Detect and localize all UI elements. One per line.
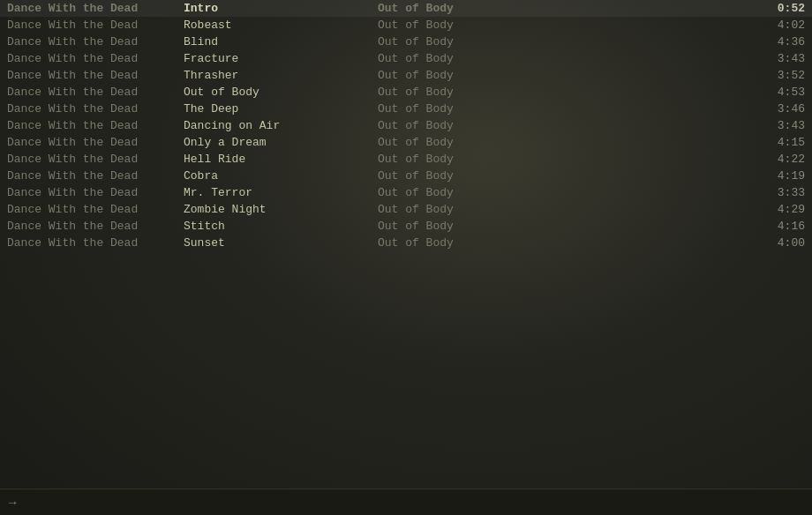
track-row[interactable]: Dance With the DeadFractureOut of Body3:… bbox=[0, 50, 812, 67]
header-album: Out of Body bbox=[378, 2, 752, 15]
track-title: Cobra bbox=[184, 169, 378, 183]
header-title: Intro bbox=[184, 2, 378, 15]
track-duration: 3:43 bbox=[752, 52, 805, 65]
track-album: Out of Body bbox=[378, 220, 752, 233]
track-artist: Dance With the Dead bbox=[7, 236, 184, 250]
track-album: Out of Body bbox=[378, 19, 752, 32]
track-title: Hell Ride bbox=[184, 153, 378, 166]
track-artist: Dance With the Dead bbox=[7, 35, 184, 49]
track-title: Thrasher bbox=[184, 69, 378, 82]
track-artist: Dance With the Dead bbox=[7, 203, 184, 216]
track-title: The Deep bbox=[184, 102, 378, 116]
track-duration: 4:02 bbox=[752, 19, 805, 32]
track-row[interactable]: Dance With the DeadHell RideOut of Body4… bbox=[0, 151, 812, 168]
track-artist: Dance With the Dead bbox=[7, 169, 184, 183]
track-title: Only a Dream bbox=[184, 136, 378, 149]
track-artist: Dance With the Dead bbox=[7, 220, 184, 233]
track-title: Blind bbox=[184, 35, 378, 49]
track-title: Sunset bbox=[184, 236, 378, 250]
track-title: Out of Body bbox=[184, 86, 378, 99]
track-album: Out of Body bbox=[378, 136, 752, 149]
track-title: Robeast bbox=[184, 19, 378, 32]
track-row[interactable]: Dance With the DeadSunsetOut of Body4:00 bbox=[0, 235, 812, 251]
track-duration: 4:53 bbox=[752, 86, 805, 99]
track-duration: 3:46 bbox=[752, 102, 805, 116]
track-title: Stitch bbox=[184, 220, 378, 233]
track-artist: Dance With the Dead bbox=[7, 86, 184, 99]
arrow-icon: → bbox=[9, 496, 16, 510]
track-duration: 4:29 bbox=[752, 203, 805, 216]
track-row[interactable]: Dance With the DeadThe DeepOut of Body3:… bbox=[0, 101, 812, 117]
track-row[interactable]: Dance With the DeadCobraOut of Body4:19 bbox=[0, 168, 812, 184]
track-title: Fracture bbox=[184, 52, 378, 65]
header-duration: 0:52 bbox=[752, 2, 805, 15]
track-album: Out of Body bbox=[378, 119, 752, 132]
track-title: Zombie Night bbox=[184, 203, 378, 216]
track-duration: 4:15 bbox=[752, 136, 805, 149]
track-artist: Dance With the Dead bbox=[7, 136, 184, 149]
track-album: Out of Body bbox=[378, 35, 752, 49]
track-artist: Dance With the Dead bbox=[7, 153, 184, 166]
track-row[interactable]: Dance With the DeadBlindOut of Body4:36 bbox=[0, 34, 812, 50]
track-album: Out of Body bbox=[378, 102, 752, 116]
track-artist: Dance With the Dead bbox=[7, 69, 184, 82]
track-artist: Dance With the Dead bbox=[7, 102, 184, 116]
track-duration: 4:22 bbox=[752, 153, 805, 166]
track-artist: Dance With the Dead bbox=[7, 186, 184, 199]
track-album: Out of Body bbox=[378, 236, 752, 250]
track-title: Dancing on Air bbox=[184, 119, 378, 132]
bottom-bar: → bbox=[0, 489, 812, 515]
track-list-header: Dance With the Dead Intro Out of Body 0:… bbox=[0, 0, 812, 17]
track-duration: 4:36 bbox=[752, 35, 805, 49]
track-album: Out of Body bbox=[378, 86, 752, 99]
track-album: Out of Body bbox=[378, 203, 752, 216]
track-artist: Dance With the Dead bbox=[7, 119, 184, 132]
track-artist: Dance With the Dead bbox=[7, 19, 184, 32]
track-artist: Dance With the Dead bbox=[7, 52, 184, 65]
track-row[interactable]: Dance With the DeadStitchOut of Body4:16 bbox=[0, 218, 812, 235]
track-title: Mr. Terror bbox=[184, 186, 378, 199]
track-row[interactable]: Dance With the DeadZombie NightOut of Bo… bbox=[0, 201, 812, 218]
track-album: Out of Body bbox=[378, 169, 752, 183]
track-duration: 4:16 bbox=[752, 220, 805, 233]
track-album: Out of Body bbox=[378, 69, 752, 82]
track-row[interactable]: Dance With the DeadMr. TerrorOut of Body… bbox=[0, 184, 812, 201]
track-row[interactable]: Dance With the DeadThrasherOut of Body3:… bbox=[0, 67, 812, 84]
track-album: Out of Body bbox=[378, 153, 752, 166]
track-row[interactable]: Dance With the DeadOnly a DreamOut of Bo… bbox=[0, 134, 812, 151]
track-row[interactable]: Dance With the DeadOut of BodyOut of Bod… bbox=[0, 84, 812, 101]
track-album: Out of Body bbox=[378, 186, 752, 199]
track-duration: 3:43 bbox=[752, 119, 805, 132]
header-artist: Dance With the Dead bbox=[7, 2, 184, 15]
track-duration: 3:52 bbox=[752, 69, 805, 82]
track-row[interactable]: Dance With the DeadRobeastOut of Body4:0… bbox=[0, 17, 812, 34]
track-duration: 4:00 bbox=[752, 236, 805, 250]
track-duration: 3:33 bbox=[752, 186, 805, 199]
track-duration: 4:19 bbox=[752, 169, 805, 183]
track-list: Dance With the Dead Intro Out of Body 0:… bbox=[0, 0, 812, 251]
track-album: Out of Body bbox=[378, 52, 752, 65]
track-row[interactable]: Dance With the DeadDancing on AirOut of … bbox=[0, 117, 812, 134]
